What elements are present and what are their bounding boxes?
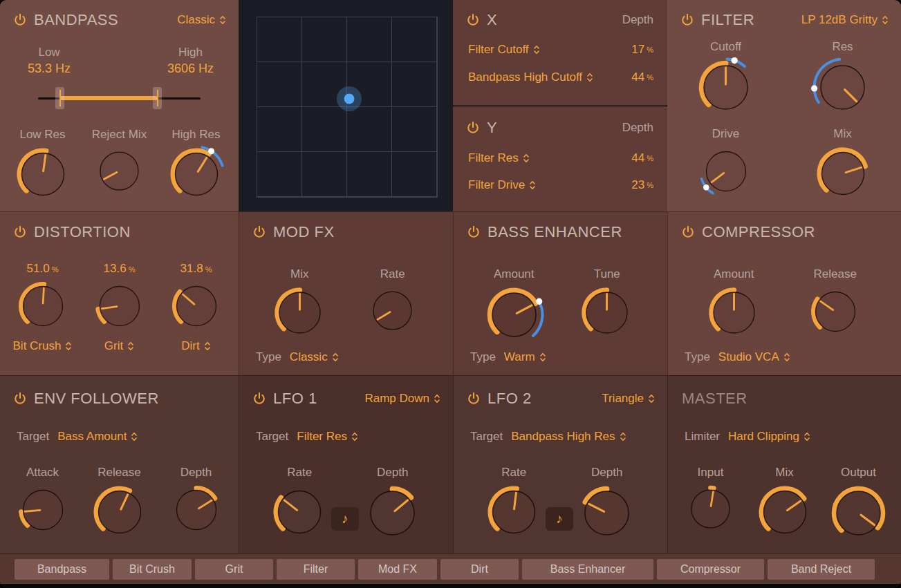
filter-mix-knob[interactable] — [812, 142, 874, 205]
env-follower-power-icon[interactable] — [14, 392, 26, 405]
lfo1-waveform-dropdown[interactable]: Ramp Down — [364, 392, 440, 406]
low-res-knob[interactable] — [12, 143, 74, 205]
filter-type-dropdown[interactable]: LP 12dB Gritty — [801, 13, 889, 27]
xy-pad[interactable] — [257, 17, 438, 198]
mod-fx-rate-knob[interactable] — [364, 283, 420, 339]
x-target-1-dropdown[interactable]: Filter Cutoff — [468, 43, 540, 57]
macro-button-dirt[interactable]: Dirt — [440, 559, 519, 580]
env-target-dropdown[interactable]: Bass Amount — [57, 430, 138, 444]
macro-button-grit[interactable]: Grit — [195, 559, 273, 580]
high-cutoff-value[interactable]: 3606 Hz — [167, 61, 214, 76]
distortion-1-type-dropdown[interactable]: Bit Crush — [13, 339, 73, 353]
bandpass-preset-dropdown[interactable]: Classic — [177, 13, 226, 27]
mod-fx-mix-knob[interactable] — [270, 283, 330, 343]
bass-amount-knob[interactable] — [482, 283, 546, 347]
macro-button-bass-enhancer[interactable]: Bass Enhancer — [522, 559, 653, 580]
knob-label: Depth — [377, 466, 408, 480]
lfo1-sync-note-button[interactable]: ♪ — [331, 507, 359, 531]
section-title: BASS ENHANCER — [487, 223, 622, 241]
y-target-1-dropdown[interactable]: Filter Res — [468, 151, 530, 165]
bandpass-power-icon[interactable] — [14, 14, 26, 26]
low-cutoff-label: Low — [38, 46, 59, 59]
y-depth-1-value[interactable]: 44 — [631, 151, 644, 165]
phat-fx-plugin-window: BANDPASS Classic Low 53.3 Hz High 3606 H… — [0, 0, 901, 588]
distortion-power-icon[interactable] — [14, 226, 26, 238]
y-mod-section: Y Depth Filter Res 44% Filter Drive 23% — [453, 106, 667, 211]
distortion-2-type-dropdown[interactable]: Grit — [104, 339, 134, 353]
x-target-2-dropdown[interactable]: Bandpass High Cutoff — [468, 70, 593, 84]
env-release-knob[interactable] — [89, 481, 151, 543]
knob-label: Drive — [712, 127, 740, 141]
distortion-1-value[interactable]: 51.0% — [27, 262, 59, 276]
lfo1-target-dropdown[interactable]: Filter Res — [297, 430, 358, 444]
macro-button-band-reject[interactable]: Band Reject — [768, 559, 875, 580]
distortion-1-knob[interactable] — [14, 277, 72, 335]
x-depth-1-value[interactable]: 17 — [631, 43, 644, 57]
section-title: X — [487, 11, 497, 29]
chevron-updown-icon — [529, 180, 536, 191]
compressor-amount-knob[interactable] — [704, 283, 764, 343]
chevron-updown-icon — [783, 352, 790, 363]
env-depth-knob[interactable] — [167, 481, 225, 539]
bass-enhancer-power-icon[interactable] — [467, 226, 480, 238]
x-mod-section: X Depth Filter Cutoff 17% Bandpass High … — [453, 0, 667, 106]
lfo2-depth-knob[interactable] — [575, 481, 639, 545]
reject-mix-knob[interactable] — [91, 143, 147, 199]
master-output-knob[interactable] — [826, 481, 891, 545]
macro-button-bandpass[interactable]: Bandpass — [15, 559, 109, 580]
compressor-release-knob[interactable] — [806, 283, 864, 341]
filter-drive-knob[interactable] — [697, 142, 755, 200]
filter-cutoff-knob[interactable] — [694, 55, 758, 120]
knob-label: Release — [97, 466, 140, 480]
slider-high-handle[interactable] — [153, 87, 162, 109]
lfo2-waveform-dropdown[interactable]: Triangle — [602, 392, 655, 406]
env-attack-knob[interactable] — [14, 481, 72, 539]
lfo2-power-icon[interactable] — [467, 392, 480, 405]
lfo1-power-icon[interactable] — [253, 392, 266, 405]
knob-label: Depth — [591, 466, 622, 480]
y-depth-2-value[interactable]: 23 — [631, 178, 644, 192]
macro-button-filter[interactable]: Filter — [277, 559, 355, 580]
distortion-3-knob[interactable] — [167, 277, 225, 335]
limiter-dropdown[interactable]: Hard Clipping — [728, 430, 810, 444]
bass-tune-knob[interactable] — [577, 283, 637, 343]
lfo1-rate-knob[interactable] — [268, 481, 331, 543]
distortion-section: DISTORTION 51.0% Bit Crush 13.6% Grit — [0, 211, 239, 375]
filter-res-knob[interactable] — [810, 55, 875, 120]
distortion-3-value[interactable]: 31.8% — [180, 262, 212, 276]
lfo1-depth-knob[interactable] — [360, 481, 425, 545]
compressor-power-icon[interactable] — [682, 226, 694, 238]
y-target-2-dropdown[interactable]: Filter Drive — [468, 178, 536, 192]
macro-button-compressor[interactable]: Compressor — [657, 559, 764, 580]
master-input-knob[interactable] — [682, 481, 739, 537]
lfo2-target-dropdown[interactable]: Bandpass High Res — [511, 430, 626, 444]
depth-column-label: Depth — [622, 13, 653, 27]
distortion-2-value[interactable]: 13.6% — [104, 262, 136, 276]
filter-section: FILTER LP 12dB Gritty Cutoff Res Drive — [667, 0, 901, 211]
distortion-3-type-dropdown[interactable]: Dirt — [181, 339, 210, 353]
mod-fx-type-dropdown[interactable]: Classic — [290, 350, 339, 364]
xy-dot[interactable] — [344, 94, 355, 104]
high-res-knob[interactable] — [165, 143, 227, 205]
compressor-type-dropdown[interactable]: Studio VCA — [718, 350, 790, 364]
slider-range-fill — [60, 96, 158, 100]
mod-fx-power-icon[interactable] — [253, 226, 266, 238]
macro-button-bit-crush[interactable]: Bit Crush — [113, 559, 192, 580]
y-power-icon[interactable] — [467, 122, 479, 134]
bass-type-dropdown[interactable]: Warm — [504, 350, 546, 364]
knob-label: Mix — [775, 466, 793, 480]
slider-low-handle[interactable] — [55, 87, 64, 109]
x-depth-2-value[interactable]: 44 — [631, 70, 644, 84]
low-cutoff-value[interactable]: 53.3 Hz — [28, 61, 71, 76]
macro-button-mod-fx[interactable]: Mod FX — [358, 559, 437, 580]
lfo2-rate-knob[interactable] — [483, 481, 545, 543]
filter-power-icon[interactable] — [681, 14, 694, 26]
master-mix-knob[interactable] — [754, 481, 816, 543]
section-title: LFO 2 — [487, 390, 532, 408]
lfo2-sync-note-button[interactable]: ♪ — [546, 507, 573, 531]
knob-label: Output — [841, 466, 876, 480]
x-power-icon[interactable] — [467, 14, 479, 26]
bandpass-range-slider[interactable] — [38, 87, 201, 109]
section-title: Y — [487, 119, 497, 137]
distortion-2-knob[interactable] — [91, 277, 149, 335]
